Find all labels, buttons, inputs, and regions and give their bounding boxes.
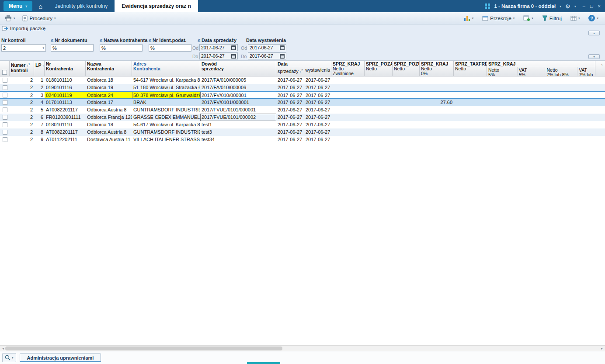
table-row[interactable]: 26FR01203901111Odbiorca Francja 120GRASS… [0,114,605,121]
cell-nazwa[interactable]: Odbiorca 18 [86,76,132,84]
cell-lp[interactable]: 2 [34,84,45,91]
cell-pozu[interactable] [393,84,420,91]
cell-taxfree[interactable] [454,114,487,121]
cell-data_w[interactable]: 2017-06-27 [304,99,331,106]
cell-vat5[interactable] [518,114,546,121]
cell-kontrola[interactable]: 2 [10,106,34,114]
cell-dowod[interactable]: 2017/FA/010/000005 [200,76,276,84]
cell-nazwa[interactable]: Dostawca Austria 11 [86,136,132,143]
cell-pozu[interactable] [393,99,420,106]
cell-netto0[interactable] [420,106,454,114]
cell-netto0[interactable] [420,92,454,98]
col-header-vat-5[interactable]: VAT5% [518,67,546,76]
cell-vat78[interactable] [578,136,595,143]
cell-data_s[interactable]: 2017-06-27 [276,76,304,84]
cell-vat78[interactable] [578,99,595,106]
cell-netto0[interactable] [420,136,454,143]
cell-vat5[interactable] [518,136,546,143]
cell-pozu[interactable] [393,92,420,98]
cell-netto0[interactable] [420,121,454,128]
scroll-right-button[interactable]: ▸ [599,346,605,351]
cell-adres[interactable]: 54-617 Wrocław ul. Karpacka 88 [132,121,200,128]
collapse-right-panel-button[interactable]: ‹ [599,62,605,68]
grid-settings-button[interactable]: ▾ [568,15,582,22]
cell-vat78[interactable] [578,121,595,128]
import-paczke-button[interactable]: Importuj paczkę [2,25,45,31]
calendar-icon[interactable] [280,45,285,50]
cell-poza[interactable] [365,76,393,84]
table-row[interactable]: 230240101119Odbiorca 2450-378 Wrocław pl… [0,91,605,99]
cell-nr[interactable]: 0180101110 [45,76,86,84]
cell-vat78[interactable] [578,92,595,98]
cell-netto78[interactable] [546,76,578,84]
cell-vat5[interactable] [518,92,546,98]
cell-vat5[interactable] [518,84,546,91]
cell-nazwa[interactable]: Odbiorca Austria 8 [86,106,132,114]
row-checkbox[interactable] [3,78,7,83]
cell-zwolnione[interactable] [331,136,365,143]
cell-dowod[interactable]: test1 [200,121,276,128]
cell-dowod[interactable]: test34 [200,136,276,143]
cell-taxfree[interactable] [454,136,487,143]
gear-icon[interactable]: ⚙ [565,3,570,10]
data-sprzedazy-od-input[interactable]: 2017-06-27 [199,44,238,51]
col-header-data-wystawienia[interactable]: wystawienia [304,67,331,76]
cell-zwolnione[interactable] [331,99,365,106]
cell-nr[interactable]: 0180101110 [45,121,86,128]
cell-netto5[interactable] [487,136,518,143]
cell-vat78[interactable] [578,84,595,91]
tab-administracja-uprawnieniami[interactable]: Administracja uprawnieniami [20,354,101,362]
cell-pozu[interactable] [393,121,420,128]
zoom-button[interactable]: ▾ [2,353,16,362]
col-header-lp[interactable]: LP↑3 [34,61,45,76]
cell-vat5[interactable] [518,121,546,128]
cell-netto0[interactable] [420,76,454,84]
filter-operator[interactable]: ≤ [51,38,53,43]
cell-dowod[interactable]: 2017/FA/010/000006 [200,84,276,91]
cell-adres[interactable]: VILLACH ITALIENER STRASSE 36 [132,136,200,143]
cell-dowod[interactable]: 2017/FVUE/0101/000001 [200,106,276,114]
cell-netto0[interactable]: 27.60 [420,99,454,106]
cell-poza[interactable] [365,128,393,136]
cell-data_s[interactable]: 2017-06-27 [276,128,304,136]
cell-kontrola[interactable]: 2 [10,128,34,136]
cell-pozu[interactable] [393,128,420,136]
tab-jednolity-plik-kontrolny[interactable]: Jednolity plik kontrolny [48,0,115,12]
cell-vat5[interactable] [518,106,546,114]
data-wystawienia-do-input[interactable]: 2017-06-27 [248,52,286,59]
cell-taxfree[interactable] [454,128,487,136]
cell-vat5[interactable] [518,99,546,106]
calendar-icon[interactable] [231,54,236,59]
cell-kontrola[interactable]: 2 [10,76,34,84]
col-header-numer-kontroli[interactable]: Numer↑1 kontroli [10,61,34,76]
cell-nr[interactable]: 0190101116 [45,84,86,91]
cell-lp[interactable]: 4 [34,99,45,106]
cell-poza[interactable] [365,121,393,128]
cell-adres[interactable]: GUNTRAMSDORF INDUSTRIESTRASSE [132,128,200,136]
col-header-sprz-kraj-zwolnione[interactable]: SPRZ_KRAJ Netto Zwolnione [331,61,365,76]
cell-nazwa[interactable]: Odbiorca Francja 120 [86,114,132,121]
cell-adres[interactable]: 51-180 Wrocław ul. Strażacka 69 [132,84,200,91]
tab-ewidencja-sprzedazy[interactable]: Ewidencja sprzedaży oraz n [115,0,198,12]
filter-operator[interactable]: ≤ [198,38,200,43]
col-header-nr-kontrahenta[interactable]: Nr Kontrahenta [45,61,86,76]
cell-data_s[interactable]: 2017-06-27 [276,136,304,143]
cell-netto78[interactable] [546,84,578,91]
table-row[interactable]: 220190101116Odbiorca 1951-180 Wrocław ul… [0,84,605,91]
cell-nazwa[interactable]: Odbiorca 19 [86,84,132,91]
row-checkbox[interactable] [3,107,7,112]
cell-netto78[interactable] [546,128,578,136]
col-header-data-group[interactable]: Data sprzedaży↑2 wystawienia [276,61,331,76]
horizontal-scrollbar[interactable]: ◂ ▸ [0,345,605,351]
filter-operator[interactable]: ≤ [149,38,151,43]
nr-kontroli-select[interactable]: 2 ▾ [1,44,46,52]
nazwa-kontrahenta-input[interactable] [100,44,143,52]
col-header-dowod-sprzedazy[interactable]: Dowód sprzedaży [200,61,276,76]
cell-data_w[interactable]: 2017-06-27 [304,106,331,114]
cell-netto5[interactable] [487,84,518,91]
row-checkbox[interactable] [3,122,7,127]
cell-adres[interactable]: GUNTRAMSDORF INDUSTRIESTRASSE [132,106,200,114]
cell-data_w[interactable]: 2017-06-27 [304,114,331,121]
cell-kontrola[interactable]: 2 [10,136,34,143]
procedury-button[interactable]: Procedury ▾ [20,14,58,22]
